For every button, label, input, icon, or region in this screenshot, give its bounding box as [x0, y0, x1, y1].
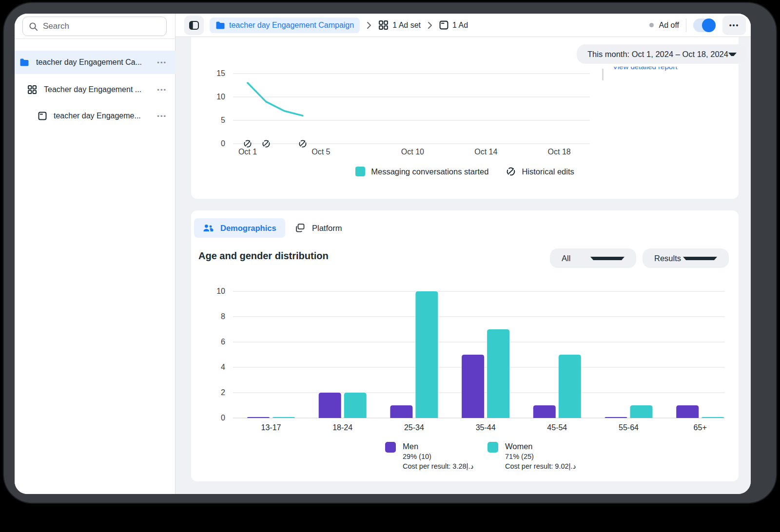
historical-edit-icon	[506, 167, 516, 176]
filter-value: All	[562, 254, 590, 263]
folder-icon	[20, 57, 29, 67]
axis-tick-label: Oct 5	[299, 147, 343, 157]
legend-item-historical-edits: Historical edits	[506, 167, 574, 176]
tab-demographics[interactable]: Demographics	[194, 218, 285, 238]
more-options-button[interactable]: •••	[722, 16, 746, 35]
status-dot-icon	[649, 23, 654, 27]
breadcrumb-campaign-label: teacher day Engagement Campaign	[229, 21, 354, 30]
section-title: Age and gender distribution	[198, 250, 329, 262]
sidebar-item-menu-button[interactable]: •••	[157, 86, 167, 94]
view-detailed-report-link[interactable]: View detailed report	[613, 67, 686, 72]
legend-swatch	[385, 442, 396, 453]
date-range-selector[interactable]: This month: Oct 1, 2024 – Oct 18, 2024	[577, 44, 747, 64]
top-bar: teacher day Engagement Campaign 1 Ad set…	[176, 14, 751, 37]
sidebar-item-menu-button[interactable]: •••	[157, 113, 167, 120]
sidebar-item-label: teacher day Engagement Ca...	[36, 58, 157, 67]
legend-label: Historical edits	[522, 167, 574, 176]
legend-label: Men	[403, 441, 473, 452]
legend-item-men: Men 29% (10) Cost per result: 3.28د.إ	[385, 441, 473, 471]
axis-tick-label: Oct 14	[464, 147, 508, 157]
chevron-right-icon	[367, 21, 371, 29]
tab-platform[interactable]: Platform	[287, 218, 351, 238]
breadcrumb-adset[interactable]: 1 Ad set	[378, 20, 421, 30]
search-box[interactable]	[22, 17, 167, 36]
search-input[interactable]	[43, 21, 160, 31]
adset-grid-icon	[27, 85, 37, 95]
filter-value: Results	[654, 254, 683, 263]
toggle-knob	[702, 19, 716, 32]
axis-tick-label: 25-34	[392, 423, 436, 433]
line-chart-legend: Messaging conversations started Historic…	[191, 167, 739, 176]
axis-tick-label: 0	[191, 139, 225, 149]
metric-filter-dropdown[interactable]: Results	[643, 248, 729, 268]
axis-tick-label: 15	[191, 69, 225, 78]
axis-tick-label: Oct 10	[390, 147, 434, 157]
ad-status: Ad off	[649, 21, 679, 30]
axis-tick-label: Oct 1	[226, 147, 270, 157]
search-icon	[29, 22, 38, 31]
historical-edit-icon[interactable]	[243, 139, 252, 148]
legend-cost: Cost per result: 9.02د.إ	[505, 461, 576, 471]
insights-card: Demographics Platform Age and gender dis…	[191, 210, 739, 481]
platform-icon	[295, 223, 305, 233]
tab-label: Platform	[312, 224, 342, 233]
historical-edit-icon[interactable]	[298, 139, 307, 148]
axis-tick-label: 10	[191, 286, 225, 296]
caret-down-icon	[728, 53, 737, 56]
ad-status-label: Ad off	[659, 21, 679, 30]
people-icon	[203, 223, 214, 233]
axis-tick-label: 45-54	[535, 423, 579, 433]
legend-share: 29% (10)	[403, 452, 473, 461]
legend-item-women: Women 71% (25) Cost per result: 9.02د.إ	[488, 441, 576, 471]
sidebar-item-adset[interactable]: Teacher day Engagement ... •••	[15, 78, 176, 101]
sidebar-toggle-button[interactable]	[184, 16, 204, 35]
folder-icon	[215, 20, 225, 30]
breadcrumb-ad[interactable]: 1 Ad	[439, 20, 468, 30]
historical-edit-icon[interactable]	[262, 139, 271, 148]
sidebar-item-label: teacher day Engageme...	[54, 112, 157, 120]
tab-label: Demographics	[220, 224, 276, 233]
axis-tick-label: 65+	[678, 423, 722, 433]
axis-tick-label: 4	[191, 362, 225, 372]
sidebar-search-section	[15, 14, 175, 39]
legend-label: Messaging conversations started	[371, 167, 488, 176]
axis-tick-label: 13-17	[249, 423, 293, 433]
app-window: teacher day Engagement Ca... ••• Teacher…	[15, 14, 751, 494]
caret-down-icon	[590, 257, 625, 260]
legend-label: Women	[505, 441, 576, 452]
legend-swatch	[488, 442, 498, 453]
axis-tick-label: 55-64	[607, 423, 651, 433]
adset-grid-icon	[378, 20, 389, 30]
axis-tick-label: 18-24	[321, 423, 365, 433]
main-content: This month: Oct 1, 2024 – Oct 18, 2024 0…	[176, 37, 751, 494]
axis-tick-label: 5	[191, 115, 225, 125]
axis-tick-label: 8	[191, 312, 225, 322]
chevron-right-icon	[428, 21, 432, 29]
sidebar-item-ad[interactable]: teacher day Engageme... •••	[15, 104, 176, 128]
sidebar-item-menu-button[interactable]: •••	[157, 59, 167, 66]
legend-swatch	[355, 167, 365, 176]
detailed-report-link-clipped: View detailed report	[613, 67, 686, 72]
axis-tick-label: 6	[191, 337, 225, 347]
axis-tick-label: 0	[191, 413, 225, 423]
breakdown-filter-dropdown[interactable]: All	[550, 248, 636, 268]
breadcrumb-ad-label: 1 Ad	[452, 21, 468, 30]
date-range-label: This month: Oct 1, 2024 – Oct 18, 2024	[587, 50, 728, 59]
axis-tick-label: 10	[191, 92, 225, 102]
ad-toggle[interactable]	[693, 19, 716, 32]
panel-toggle-icon	[189, 20, 199, 31]
legend-cost: Cost per result: 3.28د.إ	[403, 461, 473, 471]
ad-frame-icon	[38, 112, 47, 120]
axis-tick-label: Oct 18	[537, 147, 581, 157]
sidebar-item-campaign[interactable]: teacher day Engagement Ca... •••	[15, 51, 176, 74]
caret-down-icon	[683, 257, 718, 260]
ad-frame-icon	[439, 20, 448, 30]
sidebar-item-label: Teacher day Engagement ...	[44, 85, 157, 94]
legend-share: 71% (25)	[505, 452, 576, 461]
breadcrumb-campaign[interactable]: teacher day Engagement Campaign	[210, 18, 360, 33]
axis-tick-label: 35-44	[464, 423, 507, 433]
legend-item-messaging: Messaging conversations started	[355, 167, 488, 176]
axis-tick-label: 2	[191, 388, 225, 398]
breadcrumb-adset-label: 1 Ad set	[392, 21, 421, 30]
sidebar: teacher day Engagement Ca... ••• Teacher…	[15, 14, 176, 494]
